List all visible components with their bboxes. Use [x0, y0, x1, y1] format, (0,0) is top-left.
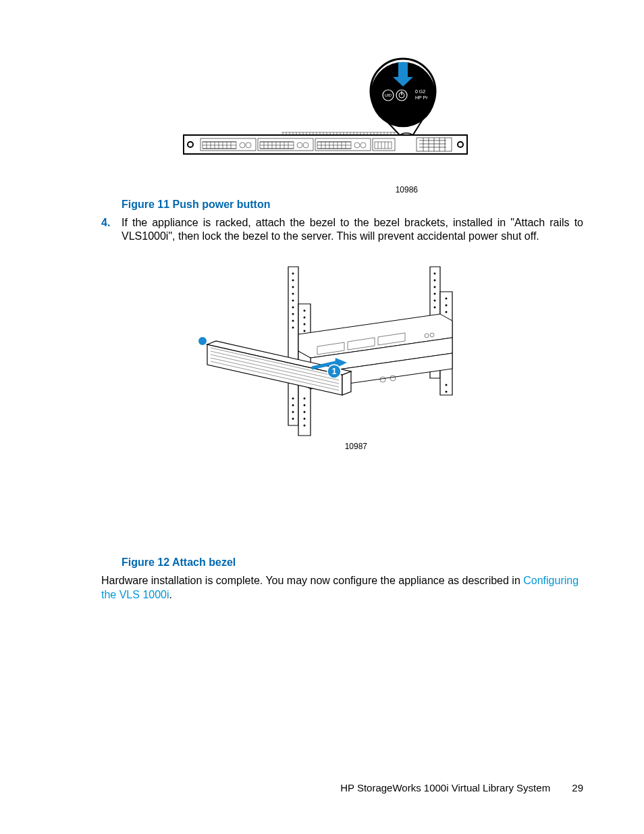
svg-point-54	[304, 323, 306, 325]
svg-point-58	[304, 411, 306, 413]
svg-point-37	[292, 300, 294, 302]
figure-12-id: 10987	[68, 442, 367, 451]
closing-paragraph: Hardware installation is complete. You m…	[101, 574, 583, 602]
svg-point-43	[292, 405, 294, 407]
svg-text:0 G2: 0 G2	[415, 89, 425, 94]
svg-point-38	[292, 307, 294, 309]
svg-rect-20	[315, 138, 371, 151]
footer-title: HP StorageWorks 1000i Virtual Library Sy…	[340, 782, 550, 793]
figure-11-image: UID 0 G2 HP Pr	[68, 47, 583, 182]
svg-point-55	[304, 330, 306, 332]
figure-11-caption: Figure 11 Push power button	[122, 199, 583, 211]
step-4-number: 4.	[101, 216, 122, 230]
svg-point-42	[292, 398, 294, 400]
svg-rect-8	[398, 62, 408, 77]
svg-point-39	[292, 313, 294, 315]
svg-point-62	[446, 305, 448, 307]
svg-point-59	[304, 418, 306, 420]
svg-rect-18	[200, 138, 256, 151]
svg-point-64	[446, 384, 448, 386]
svg-point-60	[304, 425, 306, 427]
svg-point-47	[434, 280, 436, 282]
svg-point-57	[304, 405, 306, 407]
svg-point-49	[434, 293, 436, 295]
svg-point-17	[458, 142, 463, 147]
svg-point-40	[292, 320, 294, 322]
svg-point-52	[304, 310, 306, 312]
svg-point-45	[292, 418, 294, 420]
svg-point-35	[292, 286, 294, 288]
svg-point-41	[292, 327, 294, 329]
figure-11-id: 10986	[68, 185, 418, 194]
svg-point-50	[434, 300, 436, 302]
svg-point-48	[434, 286, 436, 288]
svg-text:UID: UID	[385, 93, 392, 97]
svg-text:1: 1	[332, 367, 337, 376]
figure-12-image: 1	[68, 263, 583, 439]
page-footer: HP StorageWorks 1000i Virtual Library Sy…	[340, 782, 583, 793]
step-4: 4. If the appliance is racked, attach th…	[101, 216, 583, 243]
svg-point-53	[304, 317, 306, 319]
step-4-text: If the appliance is racked, attach the b…	[122, 216, 583, 243]
svg-point-51	[434, 307, 436, 309]
svg-point-46	[434, 273, 436, 275]
svg-rect-19	[258, 138, 313, 151]
svg-text:HP Pr: HP Pr	[415, 95, 428, 100]
figure-12-caption: Figure 12 Attach bezel	[122, 556, 583, 569]
closing-text-post: .	[169, 589, 172, 600]
svg-point-56	[304, 398, 306, 400]
svg-point-44	[292, 411, 294, 413]
svg-point-63	[446, 311, 448, 313]
svg-point-34	[292, 280, 294, 282]
svg-point-65	[446, 391, 448, 393]
page-number: 29	[572, 782, 583, 793]
svg-point-72	[198, 337, 207, 345]
svg-point-33	[292, 273, 294, 275]
closing-text-pre: Hardware installation is complete. You m…	[101, 575, 523, 586]
svg-point-36	[292, 293, 294, 295]
svg-point-16	[188, 142, 193, 147]
svg-point-61	[446, 298, 448, 300]
